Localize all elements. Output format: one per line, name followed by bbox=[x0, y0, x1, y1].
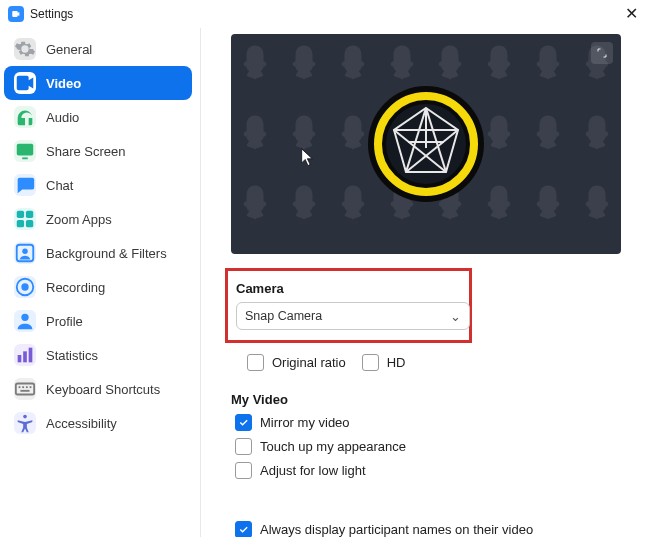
svg-rect-1 bbox=[22, 157, 28, 159]
original-ratio-label: Original ratio bbox=[272, 355, 346, 370]
record-icon bbox=[14, 276, 36, 298]
svg-rect-18 bbox=[30, 386, 32, 388]
ghost-icon bbox=[336, 42, 370, 86]
svg-point-9 bbox=[21, 283, 28, 290]
ghost-icon bbox=[385, 42, 419, 86]
touch-up-appearance-label: Touch up my appearance bbox=[260, 439, 406, 454]
stats-icon bbox=[14, 344, 36, 366]
sidebar-item-statistics[interactable]: Statistics bbox=[4, 338, 192, 372]
video-icon bbox=[14, 72, 36, 94]
svg-rect-16 bbox=[22, 386, 24, 388]
svg-rect-5 bbox=[26, 220, 33, 227]
ghost-icon bbox=[433, 42, 467, 86]
zoom-app-icon bbox=[8, 6, 24, 22]
ghost-icon bbox=[287, 42, 321, 86]
svg-rect-4 bbox=[17, 220, 24, 227]
mirror-my-video-label: Mirror my video bbox=[260, 415, 350, 430]
screen-icon bbox=[14, 140, 36, 162]
sidebar-item-accessibility[interactable]: Accessibility bbox=[4, 406, 192, 440]
headphones-icon bbox=[14, 106, 36, 128]
camera-select-value: Snap Camera bbox=[245, 309, 322, 323]
ghost-icon bbox=[482, 42, 516, 86]
sidebar-item-label: Background & Filters bbox=[46, 246, 167, 261]
chat-icon bbox=[14, 174, 36, 196]
camera-heading: Camera bbox=[236, 281, 461, 296]
ghost-icon bbox=[482, 182, 516, 226]
display-participant-names-label: Always display participant names on thei… bbox=[260, 522, 533, 537]
camera-highlight-box: Camera Snap Camera ⌄ bbox=[225, 268, 472, 343]
original-ratio-checkbox[interactable]: Original ratio bbox=[247, 354, 346, 371]
close-button[interactable]: ✕ bbox=[621, 4, 642, 24]
sidebar-item-recording[interactable]: Recording bbox=[4, 270, 192, 304]
ghost-icon bbox=[336, 112, 370, 156]
sidebar-item-label: Keyboard Shortcuts bbox=[46, 382, 160, 397]
mirror-my-video-checkbox[interactable]: Mirror my video bbox=[235, 414, 626, 431]
ghost-icon bbox=[238, 182, 272, 226]
profile-icon bbox=[14, 310, 36, 332]
apps-icon bbox=[14, 208, 36, 230]
svg-point-10 bbox=[21, 314, 28, 321]
content-area: Camera Snap Camera ⌄ Original ratio HD bbox=[201, 28, 650, 537]
settings-window: { "window": { "title": "Settings" }, "si… bbox=[0, 0, 650, 537]
gear-icon bbox=[14, 38, 36, 60]
sidebar-item-label: Profile bbox=[46, 314, 83, 329]
sidebar-item-zoom-apps[interactable]: Zoom Apps bbox=[4, 202, 192, 236]
checkbox-box-checked bbox=[235, 414, 252, 431]
checkbox-box-checked bbox=[235, 521, 252, 537]
touch-up-appearance-checkbox[interactable]: Touch up my appearance bbox=[235, 438, 626, 455]
checkbox-box bbox=[235, 438, 252, 455]
camera-select[interactable]: Snap Camera ⌄ bbox=[236, 302, 470, 330]
display-participant-names-checkbox[interactable]: Always display participant names on thei… bbox=[235, 521, 626, 537]
svg-rect-15 bbox=[19, 386, 21, 388]
sidebar-item-label: Video bbox=[46, 76, 81, 91]
content-scroll[interactable]: Camera Snap Camera ⌄ Original ratio HD bbox=[201, 28, 650, 537]
sidebar-item-profile[interactable]: Profile bbox=[4, 304, 192, 338]
accessibility-icon bbox=[14, 412, 36, 434]
svg-rect-17 bbox=[26, 386, 28, 388]
ghost-icon bbox=[580, 182, 614, 226]
ghost-icon bbox=[336, 182, 370, 226]
expand-preview-button[interactable] bbox=[591, 42, 613, 64]
sidebar-item-label: Share Screen bbox=[46, 144, 126, 159]
sidebar-item-chat[interactable]: Chat bbox=[4, 168, 192, 202]
sidebar: GeneralVideoAudioShare ScreenChatZoom Ap… bbox=[0, 28, 201, 537]
sidebar-item-background-filters[interactable]: Background & Filters bbox=[4, 236, 192, 270]
svg-rect-3 bbox=[26, 211, 33, 218]
svg-rect-12 bbox=[23, 351, 27, 362]
video-preview bbox=[231, 34, 621, 254]
adjust-low-light-checkbox[interactable]: Adjust for low light bbox=[235, 462, 626, 479]
svg-rect-14 bbox=[16, 384, 34, 395]
sidebar-item-audio[interactable]: Audio bbox=[4, 100, 192, 134]
sidebar-item-label: Statistics bbox=[46, 348, 98, 363]
snap-camera-lens-graphic bbox=[366, 84, 486, 204]
titlebar: Settings ✕ bbox=[0, 0, 650, 28]
my-video-heading: My Video bbox=[231, 392, 626, 407]
checkbox-box bbox=[247, 354, 264, 371]
ghost-icon bbox=[482, 112, 516, 156]
svg-rect-11 bbox=[18, 355, 22, 362]
hd-checkbox[interactable]: HD bbox=[362, 354, 406, 371]
ghost-icon bbox=[531, 42, 565, 86]
sidebar-item-label: General bbox=[46, 42, 92, 57]
sidebar-item-share-screen[interactable]: Share Screen bbox=[4, 134, 192, 168]
sidebar-item-label: Recording bbox=[46, 280, 105, 295]
ghost-icon bbox=[580, 112, 614, 156]
camera-options-row: Original ratio HD bbox=[247, 347, 626, 378]
chevron-down-icon: ⌄ bbox=[450, 309, 461, 324]
titlebar-left: Settings bbox=[8, 6, 73, 22]
adjust-low-light-label: Adjust for low light bbox=[260, 463, 366, 478]
ghost-icon bbox=[238, 112, 272, 156]
sidebar-item-label: Chat bbox=[46, 178, 73, 193]
sidebar-item-video[interactable]: Video bbox=[4, 66, 192, 100]
user-frame-icon bbox=[14, 242, 36, 264]
sidebar-item-label: Audio bbox=[46, 110, 79, 125]
ghost-icon bbox=[531, 112, 565, 156]
ghost-pattern-row bbox=[231, 42, 621, 86]
sidebar-item-keyboard-shortcuts[interactable]: Keyboard Shortcuts bbox=[4, 372, 192, 406]
ghost-icon bbox=[238, 42, 272, 86]
sidebar-item-label: Zoom Apps bbox=[46, 212, 112, 227]
checkbox-box bbox=[235, 462, 252, 479]
svg-rect-19 bbox=[20, 390, 29, 392]
ghost-icon bbox=[287, 182, 321, 226]
sidebar-item-general[interactable]: General bbox=[4, 32, 192, 66]
